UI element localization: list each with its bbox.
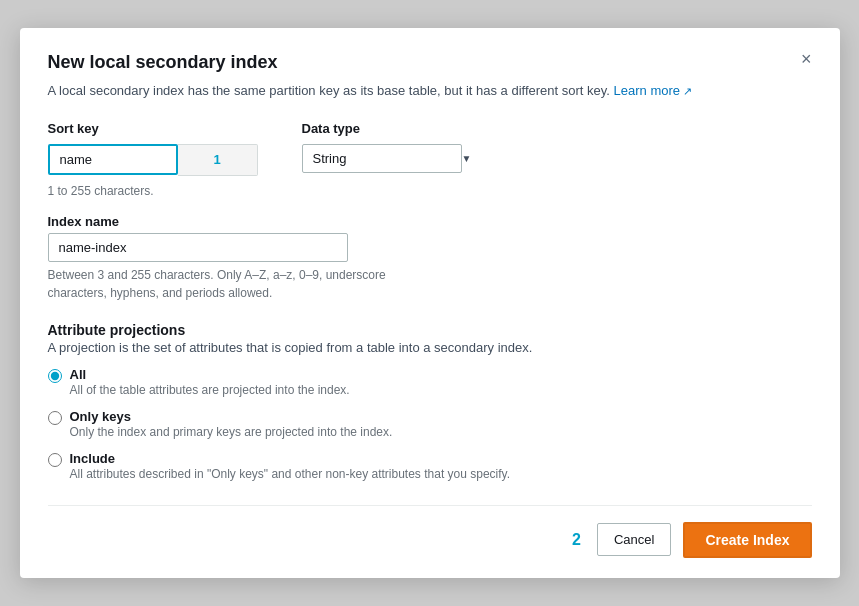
index-name-section: Index name Between 3 and 255 characters.…	[48, 214, 812, 302]
sort-key-label: Sort key	[48, 121, 278, 136]
sort-key-datatype-row: Sort key 1 1 to 255 characters. Data typ…	[48, 121, 812, 198]
modal-title: New local secondary index	[48, 52, 278, 73]
step-2-badge: 2	[572, 531, 581, 549]
projection-only-keys-item: Only keys Only the index and primary key…	[48, 409, 812, 439]
projection-only-keys-desc: Only the index and primary keys are proj…	[70, 425, 393, 439]
projection-all-desc: All of the table attributes are projecte…	[70, 383, 350, 397]
close-button[interactable]: ×	[801, 50, 812, 68]
projection-all-item: All All of the table attributes are proj…	[48, 367, 812, 397]
projection-include-desc: All attributes described in "Only keys" …	[70, 467, 511, 481]
index-name-input-wrapper	[48, 233, 812, 262]
projections-title: Attribute projections	[48, 322, 812, 338]
sort-key-step-badge: 1	[178, 144, 258, 176]
modal-footer: 2 Cancel Create Index	[48, 505, 812, 558]
cancel-button[interactable]: Cancel	[597, 523, 671, 556]
projection-include-label: Include	[70, 451, 511, 466]
projections-subtitle: A projection is the set of attributes th…	[48, 340, 812, 355]
data-type-label: Data type	[302, 121, 482, 136]
sort-key-input[interactable]	[48, 144, 178, 175]
projections-section: Attribute projections A projection is th…	[48, 322, 812, 481]
create-index-button[interactable]: Create Index	[683, 522, 811, 558]
learn-more-link[interactable]: Learn more	[614, 83, 693, 98]
projection-include-radio[interactable]	[48, 453, 62, 467]
projection-only-keys-label: Only keys	[70, 409, 393, 424]
modal-backdrop: New local secondary index × A local seco…	[0, 0, 859, 606]
data-type-group: Data type String Number Binary	[302, 121, 482, 173]
projection-only-keys-radio[interactable]	[48, 411, 62, 425]
projection-include-item: Include All attributes described in "Onl…	[48, 451, 812, 481]
modal-dialog: New local secondary index × A local seco…	[20, 28, 840, 578]
sort-key-hint: 1 to 255 characters.	[48, 184, 278, 198]
index-name-hint: Between 3 and 255 characters. Only A–Z, …	[48, 266, 448, 302]
modal-subtitle: A local secondary index has the same par…	[48, 81, 812, 101]
projection-all-content: All All of the table attributes are proj…	[70, 367, 350, 397]
index-name-input[interactable]	[48, 233, 348, 262]
data-type-select-wrapper: String Number Binary	[302, 144, 482, 173]
projections-radio-group: All All of the table attributes are proj…	[48, 367, 812, 481]
footer-right: 2 Cancel Create Index	[572, 522, 811, 558]
modal-header: New local secondary index ×	[48, 52, 812, 73]
projection-include-content: Include All attributes described in "Onl…	[70, 451, 511, 481]
data-type-select[interactable]: String Number Binary	[302, 144, 462, 173]
sort-key-input-row: 1	[48, 144, 278, 176]
projection-all-label: All	[70, 367, 350, 382]
sort-key-group: Sort key 1 1 to 255 characters.	[48, 121, 278, 198]
projection-only-keys-content: Only keys Only the index and primary key…	[70, 409, 393, 439]
projection-all-radio[interactable]	[48, 369, 62, 383]
index-name-label: Index name	[48, 214, 120, 229]
